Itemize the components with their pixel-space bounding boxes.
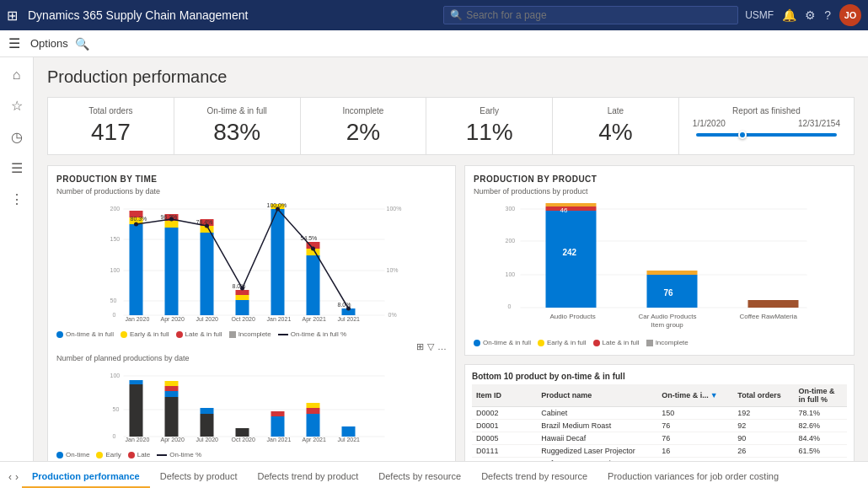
tab-item[interactable]: Production performance	[22, 466, 150, 488]
tab-item[interactable]: Defects by product	[150, 466, 248, 488]
chart-bottom-legend: On-time Early Late On-time %	[56, 451, 447, 459]
bottom-tabs: ‹ › Production performanceDefects by pro…	[0, 461, 868, 488]
sidebar: ⌂ ☆ ◷ ☰ ⋮	[0, 57, 34, 461]
svg-point-41	[240, 287, 244, 291]
legend-r-on-time: On-time & in full	[474, 339, 531, 346]
cell-total: 92	[733, 420, 794, 432]
svg-text:200: 200	[506, 238, 516, 244]
svg-rect-27	[236, 290, 249, 295]
kpi-late-value: 4%	[566, 119, 665, 146]
expand-icon[interactable]: ⊞	[416, 341, 424, 352]
col-on-time[interactable]: On-time & i...▼	[657, 384, 733, 407]
svg-point-43	[311, 247, 315, 251]
svg-rect-59	[130, 380, 143, 384]
cell-pct: 61.5%	[795, 445, 847, 458]
nav-right: USMF 🔔 ⚙ ? JO	[745, 4, 861, 26]
sidebar-favorites[interactable]: ☆	[0, 91, 33, 121]
svg-text:100: 100	[110, 267, 121, 273]
sidebar-workspaces[interactable]: ☰	[0, 153, 33, 183]
tab-item[interactable]: Production variances for job order costi…	[597, 466, 789, 488]
svg-text:Audio Products: Audio Products	[550, 313, 596, 320]
col-pct[interactable]: On-time &in full %	[795, 384, 847, 407]
tab-item[interactable]: Defects trend by product	[247, 466, 368, 488]
help-icon[interactable]: ?	[824, 8, 831, 22]
col-item-id[interactable]: Item ID	[472, 384, 537, 407]
table-row: D0005 Hawaii Decaf 76 90 84.4%	[472, 432, 847, 445]
legend-on-time-pct: On-time & in full %	[278, 330, 346, 338]
settings-icon[interactable]: ⚙	[805, 8, 816, 22]
svg-text:0: 0	[113, 312, 116, 318]
col-total[interactable]: Total orders	[733, 384, 794, 407]
legend-incomplete: Incomplete	[229, 330, 271, 338]
kpi-early: Early 11%	[426, 98, 553, 154]
product-chart-svg: 300 200 100 0 242 46	[474, 201, 845, 331]
kpi-early-label: Early	[440, 106, 538, 115]
svg-rect-88	[546, 211, 597, 308]
hamburger-icon[interactable]: ☰	[8, 35, 20, 51]
cell-on-time: 150	[657, 407, 733, 420]
svg-text:Oct 2020: Oct 2020	[232, 437, 256, 442]
grid-icon[interactable]: ⊞	[7, 8, 18, 24]
col-product[interactable]: Product name	[537, 384, 657, 407]
legend-b-early: Early	[96, 451, 121, 459]
bottom-10-panel: Bottom 10 product by on-time & in full I…	[464, 364, 855, 461]
kpi-incomplete: Incomplete 2%	[301, 98, 427, 154]
svg-text:300: 300	[506, 206, 516, 212]
svg-text:Apr 2021: Apr 2021	[303, 316, 327, 323]
svg-text:0%: 0%	[388, 312, 397, 318]
svg-text:Oct 2020: Oct 2020	[232, 316, 256, 322]
legend-early: Early & in full	[121, 330, 169, 338]
chart-right-legend: On-time & in full Early & in full Late &…	[474, 339, 845, 346]
right-charts: PRODUCTION BY PRODUCT Number of producti…	[464, 165, 855, 461]
second-nav: ☰ Options 🔍	[0, 30, 868, 57]
cell-pct: 78.1%	[795, 407, 847, 420]
svg-text:Apr 2020: Apr 2020	[161, 316, 185, 323]
svg-rect-26	[236, 295, 249, 300]
cell-product: Hawaii Decaf	[537, 432, 657, 445]
cell-total: 192	[733, 407, 794, 420]
svg-rect-64	[201, 414, 214, 437]
svg-rect-21	[201, 233, 214, 315]
sidebar-more[interactable]: ⋮	[0, 185, 33, 214]
svg-rect-67	[271, 416, 285, 437]
nav-search-icon[interactable]: 🔍	[75, 37, 89, 51]
avatar[interactable]: JO	[839, 4, 861, 26]
page-title: Production performance	[47, 67, 855, 87]
legend-late: Late & in full	[176, 330, 222, 338]
svg-rect-70	[307, 408, 320, 414]
svg-rect-25	[236, 300, 249, 315]
chart-left-title: PRODUCTION BY TIME	[56, 174, 447, 184]
search-input[interactable]	[443, 6, 738, 24]
tab-nav-prev[interactable]: ‹	[8, 471, 12, 488]
kpi-late-label: Late	[566, 106, 665, 115]
bottom-10-table-wrap: Item ID Product name On-time & i...▼ Tot…	[472, 384, 847, 461]
filter-icon[interactable]: ▽	[427, 341, 434, 352]
legend-r-incomplete: Incomplete	[646, 339, 689, 346]
sidebar-home[interactable]: ⌂	[0, 61, 33, 89]
tab-item[interactable]: Defects by resource	[368, 466, 471, 488]
svg-point-44	[346, 307, 351, 311]
cell-pct: 84.4%	[795, 432, 847, 445]
bottom-10-title: Bottom 10 product by on-time & in full	[472, 372, 847, 381]
svg-rect-89	[546, 206, 597, 211]
svg-point-38	[134, 223, 138, 227]
svg-rect-66	[236, 428, 249, 437]
svg-text:100%: 100%	[387, 206, 402, 212]
more-icon[interactable]: …	[437, 341, 447, 352]
cell-product: Brazil Medium Roast	[537, 420, 657, 432]
svg-text:10%: 10%	[387, 267, 399, 273]
tab-item[interactable]: Defects trend by resource	[471, 466, 597, 488]
tab-nav-next[interactable]: ›	[15, 471, 19, 488]
sidebar-recent[interactable]: ◷	[0, 122, 33, 152]
kpi-row: Total orders 417 On-time & in full 83% I…	[47, 97, 855, 155]
svg-rect-58	[130, 384, 143, 437]
table-row: D0111 Ruggedized Laser Projector 16 26 6…	[472, 445, 847, 458]
svg-text:Jan 2021: Jan 2021	[267, 316, 292, 322]
svg-rect-72	[342, 426, 356, 437]
svg-text:46: 46	[560, 206, 568, 214]
kpi-total-orders-label: Total orders	[62, 106, 160, 115]
chart-left-legend: On-time & in full Early & in full Late &…	[56, 330, 447, 338]
search-icon: 🔍	[450, 9, 463, 21]
bell-icon[interactable]: 🔔	[782, 8, 796, 22]
date-slider[interactable]	[693, 133, 840, 137]
